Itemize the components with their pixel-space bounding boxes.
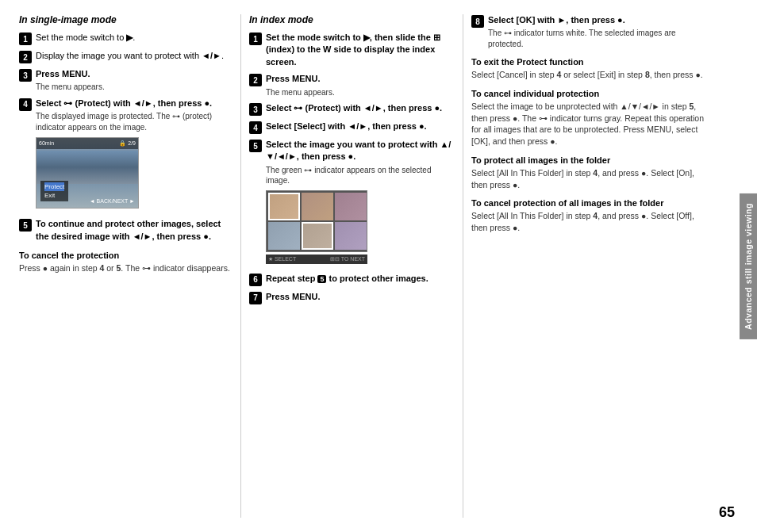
cancel-protection-text: Press ● again in step 4 or 5. The ⊶ indi…	[19, 262, 232, 274]
step-4-note: The displayed image is protected. The ⊶ …	[36, 111, 232, 132]
step-num-3: 3	[19, 69, 32, 82]
mid-step-3: 3 Select ⊶ (Protect) with ◄/►, then pres…	[249, 102, 455, 116]
mid-step-5-content: Select the image you want to protect wit…	[266, 139, 455, 268]
cancel-all-title: To cancel protection of all images in th…	[471, 198, 706, 208]
index-select-label: ★ SELECT	[268, 255, 296, 263]
step-3-content: Press MENU. The menu appears.	[36, 68, 232, 93]
camera-menu-exit[interactable]: Exit	[44, 191, 64, 200]
mid-step-4: 4 Select [Select] with ◄/►, then press ●…	[249, 121, 455, 134]
right-column: 8 Select [OK] with ►, then press ●. The …	[463, 14, 746, 518]
camera-screen-bg: 60min 🔒 2/9 Protect Exit ◄ BACK/NEXT ►	[37, 138, 138, 208]
mid-step-4-content: Select [Select] with ◄/►, then press ●.	[266, 121, 455, 132]
index-cell-4	[268, 222, 300, 250]
mid-step-2-note: The menu appears.	[266, 87, 455, 98]
camera-screen-image: 60min 🔒 2/9 Protect Exit ◄ BACK/NEXT ►	[36, 137, 139, 209]
camera-menu-protect[interactable]: Protect	[44, 182, 64, 191]
mid-step-num-3: 3	[249, 103, 262, 116]
index-cell-6	[335, 222, 367, 250]
mid-step-7-content: Press MENU.	[266, 291, 455, 303]
mid-step-num-2: 2	[249, 74, 262, 86]
mid-step-1: 1 Set the mode switch to ▶, then slide t…	[249, 32, 455, 68]
step-4: 4 Select ⊶ (Protect) with ◄/►, then pres…	[19, 98, 232, 213]
step-1-content: Set the mode switch to ▶.	[36, 32, 232, 44]
cancel-individual-text: Select the image to be unprotected with …	[471, 101, 706, 147]
protect-all-title: To protect all images in the folder	[471, 155, 706, 165]
right-step-8-content: Select [OK] with ►, then press ●. The ⊶ …	[488, 14, 706, 49]
right-step-8: 8 Select [OK] with ►, then press ●. The …	[471, 14, 706, 49]
camera-time: 60min	[39, 140, 54, 147]
mid-step-6-content: Repeat step 5 to protect other images.	[266, 273, 455, 285]
mid-step-6: 6 Repeat step 5 to protect other images.	[249, 273, 455, 286]
page-number: 65	[719, 504, 735, 521]
mid-section-title: In index mode	[249, 14, 455, 25]
mid-step-num-6: 6	[249, 274, 262, 286]
mid-step-2: 2 Press MENU. The menu appears.	[249, 73, 455, 98]
step-num-1: 1	[19, 33, 32, 45]
step-num-4: 4	[19, 98, 32, 111]
step-1: 1 Set the mode switch to ▶.	[19, 32, 232, 45]
mid-step-5-note: The green ⊶ indicator appears on the sel…	[266, 165, 455, 186]
index-cell-3	[335, 193, 367, 220]
index-grid	[266, 190, 367, 252]
exit-protect-title: To exit the Protect function	[471, 57, 706, 67]
right-step-8-note: The ⊶ indicator turns white. The selecte…	[488, 28, 706, 49]
camera-menu: Protect Exit	[40, 181, 68, 201]
mid-step-7: 7 Press MENU.	[249, 291, 455, 304]
index-cell-5	[302, 222, 333, 250]
index-cell-2	[302, 193, 333, 220]
step-4-content: Select ⊶ (Protect) with ◄/►, then press …	[36, 98, 232, 213]
cancel-all-text: Select [All In This Folder] in step 4, a…	[471, 210, 706, 233]
step-num-2: 2	[19, 51, 32, 63]
mid-step-num-5: 5	[249, 140, 262, 152]
mid-step-1-content: Set the mode switch to ▶, then slide the…	[266, 32, 455, 68]
mid-step-3-content: Select ⊶ (Protect) with ◄/►, then press …	[266, 102, 455, 114]
cancel-protection-title: To cancel the protection	[19, 251, 232, 260]
step-5-content: To continue and protect other images, se…	[36, 218, 232, 243]
sidebar-tab: Advanced still image viewing	[740, 193, 757, 339]
main-content: In single-image mode 1 Set the mode swit…	[11, 14, 746, 518]
left-column: In single-image mode 1 Set the mode swit…	[11, 14, 241, 518]
protect-all-text: Select [All In This Folder] in step 4, a…	[471, 167, 706, 190]
step-5: 5 To continue and protect other images, …	[19, 218, 232, 243]
step-3: 3 Press MENU. The menu appears.	[19, 68, 232, 93]
mid-column: In index mode 1 Set the mode switch to ▶…	[241, 14, 463, 518]
index-bottom-bar: ★ SELECT ⊞⊟ TO NEXT	[266, 255, 367, 264]
mid-step-num-1: 1	[249, 33, 262, 45]
camera-nav-label: ◄ BACK/NEXT ►	[90, 197, 135, 205]
step-3-note: The menu appears.	[36, 82, 232, 93]
index-cell-1	[268, 193, 300, 220]
mid-step-num-4: 4	[249, 121, 262, 134]
camera-top-bar: 60min 🔒 2/9	[37, 138, 138, 149]
mid-step-2-content: Press MENU. The menu appears.	[266, 73, 455, 98]
index-next-label: ⊞⊟ TO NEXT	[330, 255, 365, 263]
exit-protect-text: Select [Cancel] in step 4 or select [Exi…	[471, 69, 706, 81]
step-num-5: 5	[19, 219, 32, 232]
page-container: In single-image mode 1 Set the mode swit…	[0, 0, 757, 532]
mid-step-num-7: 7	[249, 292, 262, 304]
right-step-num-8: 8	[471, 15, 484, 28]
step-2: 2 Display the image you want to protect …	[19, 50, 232, 63]
step-2-content: Display the image you want to protect wi…	[36, 50, 232, 62]
camera-counter: 🔒 2/9	[119, 140, 136, 147]
left-section-title: In single-image mode	[19, 14, 232, 25]
mid-step-5: 5 Select the image you want to protect w…	[249, 139, 455, 268]
cancel-individual-title: To cancel individual protection	[471, 89, 706, 98]
